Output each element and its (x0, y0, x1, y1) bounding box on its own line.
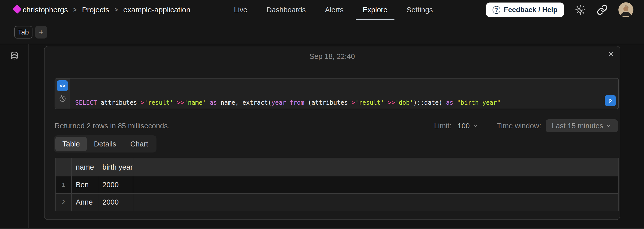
nav-settings[interactable]: Settings (407, 0, 433, 20)
query-timestamp: Sep 18, 22:40 (45, 52, 620, 61)
feedback-help-label: Feedback / Help (504, 6, 557, 14)
cell-empty (133, 194, 619, 211)
code-mode-button[interactable]: <> (57, 80, 68, 91)
cell-empty (133, 176, 619, 194)
tab-details[interactable]: Details (87, 137, 123, 151)
tab-chart[interactable]: Chart (123, 137, 155, 151)
tab-chip[interactable]: Tab (14, 26, 32, 39)
top-bar: christophergs > Projects > example-appli… (0, 0, 644, 20)
limit-value: 100 (458, 122, 470, 130)
table-row[interactable]: 2 Anne 2000 (55, 194, 619, 211)
column-header-name[interactable]: name (71, 158, 98, 176)
cell-birth-year[interactable]: 2000 (98, 176, 133, 194)
nav-dashboards[interactable]: Dashboards (266, 0, 306, 20)
top-right-cluster: ? Feedback / Help (486, 0, 633, 20)
theme-toggle-icon[interactable] (575, 4, 586, 16)
time-window-label: Time window: (497, 122, 541, 130)
chevron-down-icon (472, 123, 479, 129)
sql-line-1: SELECT attributes->'result'->>'name' as … (75, 98, 618, 107)
breadcrumb: christophergs > Projects > example-appli… (23, 0, 190, 20)
column-header-empty (133, 158, 619, 176)
column-header-birth-year[interactable]: birth year (98, 158, 133, 176)
question-circle-icon: ? (493, 6, 500, 14)
run-query-button[interactable] (605, 95, 616, 106)
query-panel: Sep 18, 22:40 × <> SELECT attributes->'r… (44, 46, 620, 220)
breadcrumb-projects[interactable]: Projects (82, 6, 109, 14)
limit-label: Limit: (434, 122, 451, 130)
database-icon[interactable] (10, 51, 19, 60)
nav-explore-label: Explore (363, 6, 387, 14)
close-icon[interactable]: × (608, 49, 614, 59)
avatar[interactable] (618, 2, 633, 17)
breadcrumb-project-name[interactable]: example-application (123, 6, 190, 14)
add-tab-button[interactable]: + (35, 26, 47, 39)
breadcrumb-separator: > (73, 6, 77, 14)
sql-editor[interactable]: <> SELECT attributes->'result'->>'name' … (55, 78, 619, 109)
nav-live[interactable]: Live (234, 0, 247, 20)
cell-name[interactable]: Anne (71, 194, 98, 211)
cell-birth-year[interactable]: 2000 (98, 194, 133, 211)
cell-name[interactable]: Ben (71, 176, 98, 194)
query-controls: Limit: 100 Time window: Last 15 minutes (434, 119, 618, 132)
editor-gutter: <> (55, 79, 70, 109)
brand-logo-diamond-icon[interactable] (13, 5, 22, 14)
feedback-help-button[interactable]: ? Feedback / Help (486, 3, 564, 17)
limit-dropdown[interactable]: 100 (458, 122, 479, 130)
nav-explore[interactable]: Explore (363, 0, 387, 20)
result-meta-row: Returned 2 rows in 85 milliseconds. Limi… (55, 120, 618, 131)
nav-alerts[interactable]: Alerts (325, 0, 344, 20)
main-nav: Live Dashboards Alerts Explore Settings (234, 0, 433, 20)
time-window-value: Last 15 minutes (552, 122, 603, 130)
sql-code[interactable]: SELECT attributes->'result'->>'name' as … (70, 79, 618, 109)
breadcrumb-org[interactable]: christophergs (23, 6, 68, 14)
table-header-row: name birth year (55, 158, 619, 176)
row-number: 2 (55, 194, 71, 211)
tab-bar: Tab + (0, 20, 644, 44)
left-sidebar (0, 44, 29, 229)
results-table: name birth year 1 Ben 2000 2 Anne 2000 (55, 158, 619, 211)
tab-table[interactable]: Table (55, 137, 87, 151)
table-row[interactable]: 1 Ben 2000 (55, 176, 619, 194)
row-number: 1 (55, 176, 71, 194)
link-icon[interactable] (597, 4, 608, 15)
view-tabs: Table Details Chart (54, 135, 156, 152)
chevron-down-icon (605, 123, 612, 129)
history-icon[interactable] (59, 95, 66, 102)
row-number-header (55, 158, 71, 176)
breadcrumb-separator: > (115, 6, 118, 14)
result-summary: Returned 2 rows in 85 milliseconds. (55, 122, 170, 130)
time-window-dropdown[interactable]: Last 15 minutes (546, 119, 618, 132)
